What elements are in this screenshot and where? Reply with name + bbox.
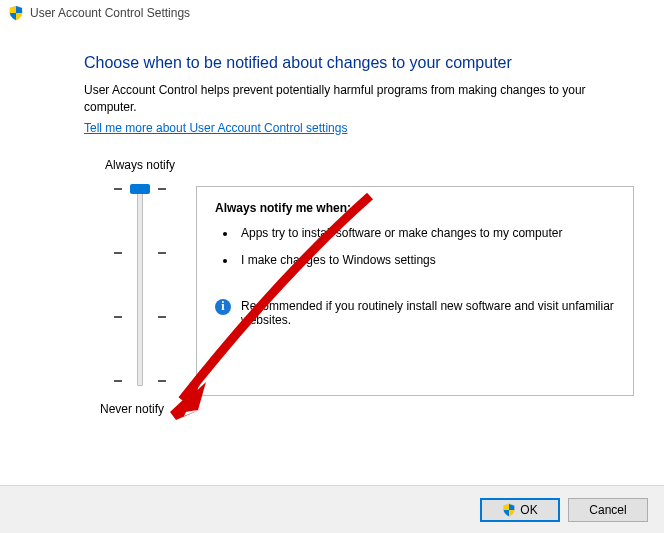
slider-tick [158, 252, 166, 254]
description-text: User Account Control helps prevent poten… [84, 83, 586, 114]
slider-tick [114, 188, 122, 190]
window-title: User Account Control Settings [30, 6, 190, 20]
learn-more-link[interactable]: Tell me more about User Account Control … [84, 120, 347, 137]
slider-tick [158, 316, 166, 318]
dialog-footer: OK Cancel [0, 485, 664, 533]
bullet-item: Apps try to install software or make cha… [237, 225, 615, 242]
shield-icon [502, 503, 516, 517]
info-icon: i [215, 299, 231, 315]
slider-tick [114, 252, 122, 254]
recommendation-row: i Recommended if you routinely install n… [215, 299, 615, 327]
shield-icon [8, 5, 24, 21]
slider-column: Always notify [100, 158, 180, 396]
slider-tick [158, 380, 166, 382]
slider-tick [158, 188, 166, 190]
slider-top-label: Always notify [100, 158, 180, 172]
cancel-button-label: Cancel [589, 503, 626, 517]
title-bar: User Account Control Settings [0, 0, 664, 30]
bullet-item: I make changes to Windows settings [237, 252, 615, 269]
recommendation-text: Recommended if you routinely install new… [241, 299, 615, 327]
slider-thumb[interactable] [130, 184, 150, 194]
panel-heading: Always notify me when: [215, 201, 615, 215]
page-description: User Account Control helps prevent poten… [0, 82, 664, 136]
slider-track [137, 188, 143, 386]
notification-description-box: Always notify me when: Apps try to insta… [196, 186, 634, 396]
cancel-button[interactable]: Cancel [568, 498, 648, 522]
notification-slider[interactable] [100, 182, 180, 392]
slider-bottom-label: Never notify [100, 402, 164, 416]
panel-bullets: Apps try to install software or make cha… [215, 225, 615, 269]
main-content: Always notify Always notify me when: App… [0, 158, 664, 396]
slider-tick [114, 380, 122, 382]
ok-button-label: OK [520, 503, 537, 517]
slider-tick [114, 316, 122, 318]
page-heading: Choose when to be notified about changes… [0, 30, 664, 82]
ok-button[interactable]: OK [480, 498, 560, 522]
